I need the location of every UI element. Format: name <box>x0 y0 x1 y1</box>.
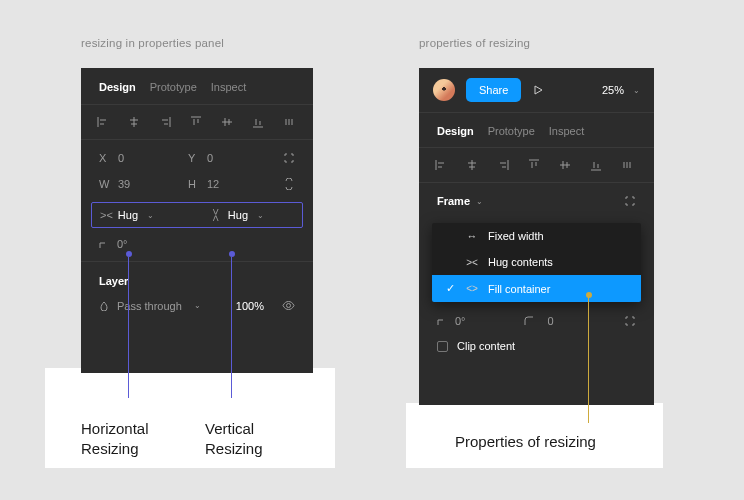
layer-section: Layer Pass through ⌄ 100% <box>81 262 313 321</box>
rotation-input[interactable]: 0° <box>455 315 466 327</box>
tidy-icon[interactable] <box>281 114 297 130</box>
align-top-icon[interactable] <box>188 114 204 130</box>
chevron-down-icon: ⌄ <box>194 301 201 310</box>
tidy-icon[interactable] <box>619 157 635 173</box>
position-section: X 0 Y 0 W 39 H 12 >< Hug <box>81 140 313 262</box>
svg-point-21 <box>287 304 291 308</box>
hug-vertical-icon: >< <box>210 209 222 222</box>
visibility-icon[interactable] <box>282 299 295 312</box>
align-left-icon[interactable] <box>433 157 449 173</box>
option-label: Fixed width <box>488 230 544 242</box>
align-left-icon[interactable] <box>95 114 111 130</box>
hug-horizontal-icon: >< <box>100 209 113 221</box>
annot-line <box>128 257 129 398</box>
tab-inspect[interactable]: Inspect <box>211 81 246 93</box>
chevron-down-icon: ⌄ <box>257 211 264 220</box>
blend-icon <box>99 301 109 311</box>
option-hug-contents[interactable]: >< Hug contents <box>432 249 641 275</box>
h-input[interactable]: 12 <box>207 178 277 190</box>
tab-design[interactable]: Design <box>437 125 474 137</box>
h-label: H <box>188 178 207 190</box>
chevron-down-icon: ⌄ <box>633 86 640 95</box>
share-button[interactable]: Share <box>466 78 521 102</box>
align-right-icon[interactable] <box>495 157 511 173</box>
radius-input[interactable]: 0 <box>548 315 554 327</box>
annot-line <box>588 297 589 423</box>
annot-dot <box>586 292 592 298</box>
chevron-down-icon: ⌄ <box>147 211 154 220</box>
annot-horizontal: Horizontal Resizing <box>81 419 149 460</box>
properties-panel: Design Prototype Inspect X 0 Y 0 <box>81 68 313 373</box>
x-label: X <box>99 152 118 164</box>
tab-bar: Design Prototype Inspect <box>81 68 313 105</box>
w-input[interactable]: 39 <box>118 178 188 190</box>
rotation-icon <box>437 316 447 326</box>
align-hcenter-icon[interactable] <box>126 114 142 130</box>
rotation-row: 0° 0 <box>419 302 654 340</box>
annot-line <box>231 257 232 398</box>
align-toolbar <box>419 148 654 183</box>
annot-dot <box>229 251 235 257</box>
align-vcenter-icon[interactable] <box>557 157 573 173</box>
w-label: W <box>99 178 118 190</box>
horizontal-resize-value: Hug <box>118 209 138 221</box>
present-icon[interactable] <box>532 84 544 96</box>
align-toolbar <box>81 105 313 140</box>
tab-prototype[interactable]: Prototype <box>150 81 197 93</box>
resize-dropdown-menu: ↔ Fixed width >< Hug contents ✓ <> Fill … <box>432 223 641 302</box>
constraints-icon[interactable] <box>283 152 295 164</box>
zoom-dropdown[interactable]: 25% ⌄ <box>602 84 640 96</box>
frame-row: Frame ⌄ <box>419 183 654 219</box>
chevron-down-icon: ⌄ <box>476 197 483 206</box>
clip-checkbox[interactable] <box>437 341 448 352</box>
clip-row: Clip content <box>419 340 654 368</box>
vertical-resize-dropdown[interactable]: >< Hug ⌄ <box>210 209 294 221</box>
annot-properties: Properties of resizing <box>455 432 596 452</box>
zoom-value: 25% <box>602 84 624 96</box>
section-title: properties of resizing <box>419 37 654 49</box>
align-right-icon[interactable] <box>157 114 173 130</box>
fixed-width-icon: ↔ <box>465 230 479 242</box>
rotation-input[interactable]: 0° <box>117 238 187 250</box>
option-label: Hug contents <box>488 256 553 268</box>
blend-mode-dropdown[interactable]: Pass through <box>117 300 182 312</box>
option-label: Fill container <box>488 283 550 295</box>
y-input[interactable]: 0 <box>207 152 277 164</box>
resize-fit-icon[interactable] <box>624 195 636 207</box>
independent-corners-icon[interactable] <box>624 315 636 327</box>
avatar[interactable] <box>433 79 455 101</box>
align-top-icon[interactable] <box>526 157 542 173</box>
properties-panel: Share 25% ⌄ Design Prototype Inspect <box>419 68 654 405</box>
radius-icon <box>524 316 534 326</box>
hug-icon: >< <box>465 257 479 268</box>
lock-aspect-icon[interactable] <box>283 178 295 190</box>
tab-bar: Design Prototype Inspect <box>419 113 654 148</box>
frame-dropdown[interactable]: Frame <box>437 195 470 207</box>
tab-design[interactable]: Design <box>99 81 136 93</box>
align-bottom-icon[interactable] <box>588 157 604 173</box>
opacity-input[interactable]: 100% <box>236 300 264 312</box>
annot-vertical: Vertical Resizing <box>205 419 263 460</box>
y-label: Y <box>188 152 207 164</box>
align-bottom-icon[interactable] <box>250 114 266 130</box>
vertical-resize-value: Hug <box>228 209 248 221</box>
clip-label: Clip content <box>457 340 515 352</box>
tab-prototype[interactable]: Prototype <box>488 125 535 137</box>
resize-row: >< Hug ⌄ >< Hug ⌄ <box>91 202 303 228</box>
annot-dot <box>126 251 132 257</box>
horizontal-resize-dropdown[interactable]: >< Hug ⌄ <box>100 209 184 221</box>
section-title: resizing in properties panel <box>81 37 313 49</box>
top-bar: Share 25% ⌄ <box>419 68 654 113</box>
check-icon: ✓ <box>446 282 456 295</box>
x-input[interactable]: 0 <box>118 152 188 164</box>
tab-inspect[interactable]: Inspect <box>549 125 584 137</box>
align-vcenter-icon[interactable] <box>219 114 235 130</box>
rotation-icon <box>99 239 109 249</box>
option-fill-container[interactable]: ✓ <> Fill container <box>432 275 641 302</box>
option-fixed-width[interactable]: ↔ Fixed width <box>432 223 641 249</box>
fill-icon: <> <box>465 283 479 294</box>
align-hcenter-icon[interactable] <box>464 157 480 173</box>
